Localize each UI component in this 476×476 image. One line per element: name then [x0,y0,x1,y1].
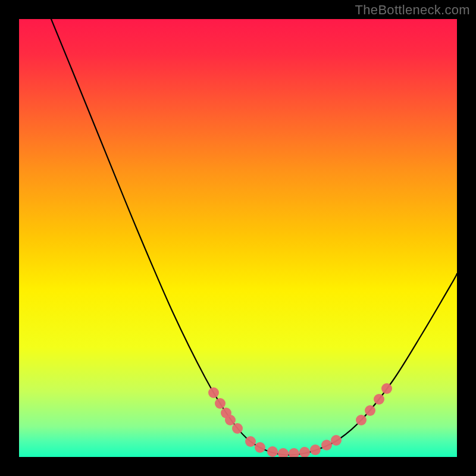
data-marker [245,436,256,447]
data-marker [232,423,243,434]
data-marker [310,444,321,455]
data-marker [225,415,236,425]
data-marker [299,447,310,458]
data-marker [374,394,384,405]
data-marker [356,415,367,425]
data-marker [208,387,219,398]
bottleneck-chart [0,0,476,476]
data-marker [331,435,342,446]
data-marker [321,440,332,450]
data-marker [381,383,392,394]
watermark-label: TheBottleneck.com [355,2,470,18]
data-marker [215,398,226,409]
data-marker [365,405,375,416]
chart-container: TheBottleneck.com [0,0,476,476]
data-marker [255,442,265,453]
data-marker [267,446,278,457]
